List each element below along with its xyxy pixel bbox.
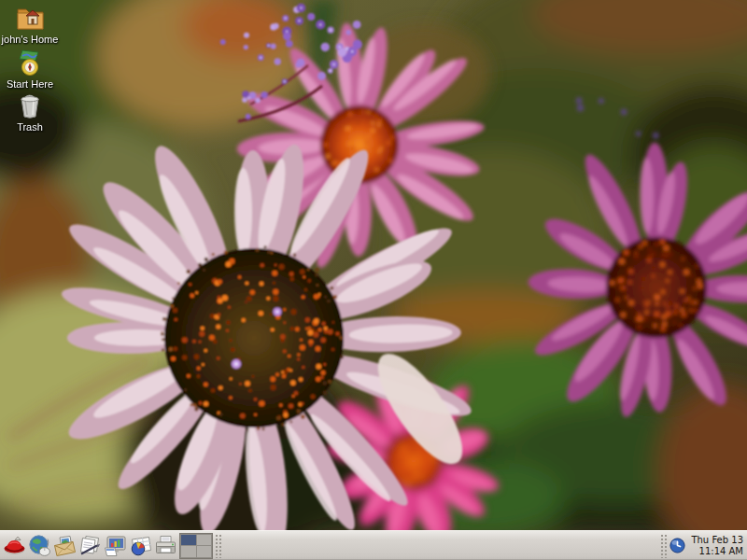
trash-icon	[16, 91, 44, 119]
panel-drag-handle[interactable]	[215, 534, 222, 558]
desktop-icon-home[interactable]: john's Home	[0, 2, 60, 45]
web-browser-icon	[27, 534, 52, 558]
launcher-spreadsheet[interactable]	[128, 532, 153, 560]
workspace-switcher[interactable]	[179, 533, 213, 559]
screen: { "desktop": { "icons": [ { "label": "jo…	[0, 0, 747, 560]
desktop-icon-start-here[interactable]: Start Here	[0, 49, 60, 90]
clock-text: Thu Feb 13 11:14 AM	[691, 535, 743, 557]
launcher-presentation[interactable]	[103, 532, 128, 560]
desktop-icon-trash[interactable]: Trash	[0, 91, 60, 133]
launcher-web-browser[interactable]	[27, 532, 52, 560]
launcher-word-processor[interactable]	[78, 532, 103, 560]
email-icon	[52, 534, 78, 558]
clock-icon	[669, 538, 685, 553]
printer-icon	[153, 534, 178, 558]
redhat-menu-icon	[2, 534, 27, 558]
spreadsheet-icon	[128, 534, 153, 558]
desktop: john's Home Start Here Trash	[0, 0, 747, 530]
clock-applet[interactable]: Thu Feb 13 11:14 AM	[669, 532, 747, 560]
desktop-icon-label: Start Here	[7, 78, 53, 90]
word-processor-icon	[78, 534, 103, 558]
launcher-main-menu[interactable]	[2, 532, 27, 560]
clock-drag-handle[interactable]	[660, 534, 668, 558]
launcher-printer[interactable]	[153, 532, 178, 560]
desktop-icon-label: john's Home	[2, 34, 59, 45]
workspace-4[interactable]	[197, 546, 212, 557]
clock-date: Thu Feb 13	[691, 535, 743, 546]
launcher-group	[0, 532, 178, 560]
workspace-2[interactable]	[197, 535, 212, 546]
launcher-email[interactable]	[52, 532, 78, 560]
workspace-3[interactable]	[181, 546, 196, 557]
wallpaper	[0, 0, 747, 530]
start-here-icon	[15, 49, 45, 77]
presentation-icon	[103, 534, 128, 558]
desktop-icon-label: Trash	[17, 121, 43, 133]
workspace-1[interactable]	[181, 535, 196, 546]
home-folder-icon	[14, 2, 46, 32]
clock-time: 11:14 AM	[691, 546, 743, 557]
taskbar: Thu Feb 13 11:14 AM	[0, 530, 747, 560]
